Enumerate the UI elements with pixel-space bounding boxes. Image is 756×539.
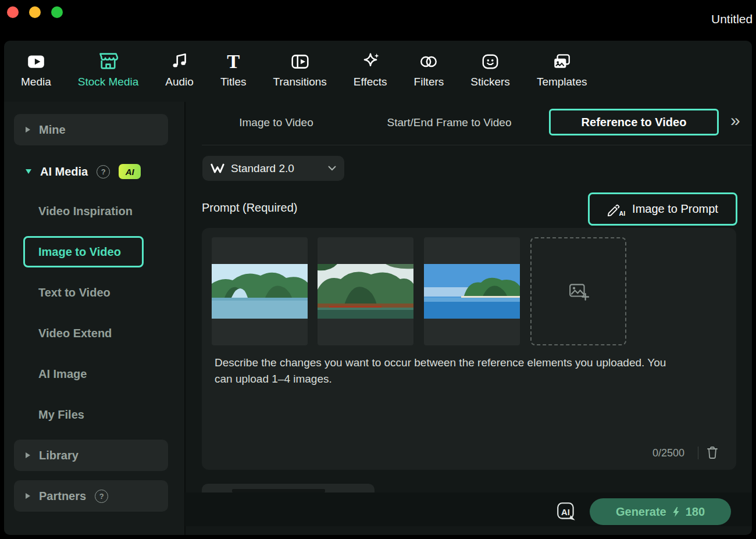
- generate-button[interactable]: Generate 180: [590, 498, 731, 525]
- ai-writer-icon-button[interactable]: AI: [555, 501, 577, 523]
- tab-start-end-frame-to-video[interactable]: Start/End Frame to Video: [378, 116, 520, 129]
- nav-item-titles[interactable]: T Titles: [220, 49, 247, 88]
- sidebar-item-my-files[interactable]: My Files: [38, 401, 84, 428]
- nav-label: Stock Media: [78, 76, 139, 88]
- chevron-down-icon: [26, 169, 31, 174]
- reference-image-thumbnail: [212, 264, 308, 319]
- credit-bolt-icon: [672, 506, 680, 517]
- chevron-right-icon: [26, 493, 30, 499]
- sidebar-label: Library: [39, 449, 79, 462]
- nav-label: Transitions: [273, 76, 327, 88]
- reference-image-thumbnail: [424, 264, 520, 319]
- reference-image-2[interactable]: [318, 237, 413, 345]
- svg-text:AI: AI: [619, 210, 626, 217]
- nav-item-media[interactable]: Media: [21, 49, 51, 88]
- svg-text:AI: AI: [561, 508, 570, 517]
- filters-icon: [418, 49, 439, 72]
- smiley-sticker-icon: [480, 49, 501, 72]
- sidebar-item-mine[interactable]: Mine: [14, 114, 168, 145]
- nav-item-transitions[interactable]: Transitions: [273, 49, 327, 88]
- media-icon: [26, 49, 47, 72]
- tabs-divider: [202, 145, 752, 145]
- image-to-prompt-label: Image to Prompt: [632, 202, 718, 216]
- sidebar-label: Partners: [39, 490, 86, 503]
- nav-item-stickers[interactable]: Stickers: [470, 49, 510, 88]
- prompt-helper-text: Describe the changes you want to occur b…: [215, 355, 683, 387]
- prompt-label: Prompt (Required): [202, 201, 298, 215]
- transitions-icon: [290, 49, 311, 72]
- nav-label: Media: [21, 76, 51, 88]
- trash-icon[interactable]: [706, 445, 719, 459]
- chevron-down-icon: [328, 166, 336, 171]
- sidebar-item-library[interactable]: Library: [14, 440, 168, 471]
- nav-label: Templates: [537, 76, 587, 88]
- reference-image-1[interactable]: [212, 237, 308, 345]
- templates-icon: [551, 49, 572, 72]
- counter-divider: [698, 447, 698, 459]
- sidebar-item-video-inspiration[interactable]: Video Inspiration: [38, 198, 133, 224]
- generate-label: Generate: [616, 505, 666, 519]
- sidebar-item-ai-image[interactable]: AI Image: [38, 360, 87, 387]
- help-icon[interactable]: ?: [95, 490, 108, 503]
- tabs-overflow-chevron-icon[interactable]: »: [730, 110, 740, 130]
- nav-label: Effects: [354, 76, 387, 88]
- titles-icon: T: [227, 49, 240, 72]
- settings-dropdown-clipped[interactable]: [202, 484, 375, 492]
- sidebar-item-ai-media[interactable]: AI Media ? AI: [14, 156, 168, 187]
- window-title: Untitled: [711, 12, 753, 26]
- tab-reference-to-video[interactable]: Reference to Video: [549, 109, 719, 135]
- chevron-right-icon: [26, 452, 30, 458]
- app-window: Untitled Media Stock Media: [0, 0, 756, 539]
- chevron-right-icon: [26, 127, 30, 133]
- nav-item-templates[interactable]: Templates: [537, 49, 587, 88]
- model-select-dropdown[interactable]: Standard 2.0: [202, 156, 344, 181]
- nav-label: Audio: [165, 76, 194, 88]
- ai-pencil-icon: AI: [607, 201, 627, 217]
- nav-label: Titles: [220, 76, 247, 88]
- sidebar-label: AI Media: [40, 165, 88, 179]
- sidebar-label: Mine: [39, 123, 66, 137]
- sidebar-item-image-to-video[interactable]: Image to Video: [23, 236, 144, 267]
- nav-label: Stickers: [470, 76, 510, 88]
- sidebar-divider: [184, 102, 186, 535]
- tab-image-to-video[interactable]: Image to Video: [221, 116, 331, 129]
- sidebar-item-video-extend[interactable]: Video Extend: [38, 320, 112, 347]
- ai-badge: AI: [119, 164, 141, 179]
- model-select-value: Standard 2.0: [231, 162, 294, 175]
- music-note-icon: [170, 49, 190, 72]
- reference-image-thumbnail: [318, 264, 413, 319]
- character-counter: 0/2500: [652, 447, 684, 459]
- nav-item-stock-media[interactable]: Stock Media: [78, 49, 139, 88]
- close-button[interactable]: [7, 6, 19, 18]
- image-plus-icon: [568, 281, 589, 302]
- zoom-button[interactable]: [51, 6, 63, 18]
- top-nav: Media Stock Media Audio T Titles: [21, 49, 587, 88]
- store-icon: [98, 49, 119, 72]
- filmora-w-icon: [211, 163, 224, 174]
- upload-image-placeholder[interactable]: [530, 237, 626, 345]
- minimize-button[interactable]: [29, 6, 41, 18]
- nav-item-filters[interactable]: Filters: [414, 49, 444, 88]
- credit-cost: 180: [686, 505, 705, 519]
- reference-image-3[interactable]: [424, 237, 520, 345]
- nav-item-effects[interactable]: Effects: [354, 49, 387, 88]
- nav-item-audio[interactable]: Audio: [165, 49, 194, 88]
- sidebar-item-partners[interactable]: Partners ?: [14, 480, 168, 512]
- nav-label: Filters: [414, 76, 444, 88]
- image-to-prompt-button[interactable]: AI Image to Prompt: [588, 192, 737, 226]
- sparkle-star-icon: [360, 49, 381, 72]
- help-icon[interactable]: ?: [97, 165, 110, 179]
- sidebar-item-text-to-video[interactable]: Text to Video: [38, 279, 110, 306]
